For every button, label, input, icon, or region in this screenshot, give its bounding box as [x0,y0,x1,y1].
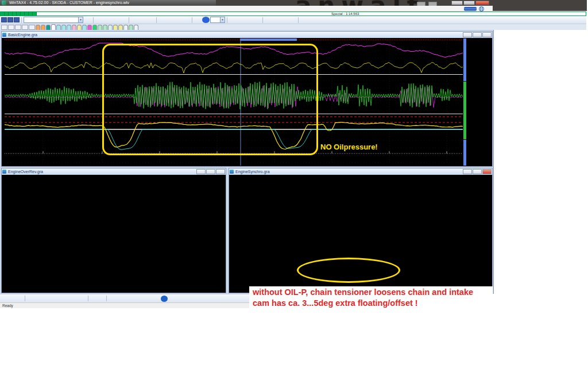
window-minimize-button[interactable] [463,32,472,37]
window-maximize-button[interactable] [206,169,215,174]
layers-icon[interactable] [123,296,130,302]
chevron-down-icon[interactable]: ▾ [220,17,225,22]
window-close-button[interactable] [482,32,492,37]
tab-fuel-and-mileage[interactable] [41,25,45,30]
compare-icon[interactable] [273,17,280,23]
tab-watercircuit[interactable] [61,25,66,30]
tab-stepoffphase[interactable] [129,25,133,30]
annotate-icon[interactable] [245,17,253,23]
zoom-y-icon[interactable] [64,296,71,302]
forward-icon[interactable] [167,17,174,23]
tab-basoff[interactable] [87,25,92,30]
zoom-fit-icon[interactable] [49,296,56,302]
add-axis-icon[interactable] [138,296,145,302]
cursor-icon[interactable] [90,296,97,302]
chart-area-engineoverrev[interactable] [2,175,225,292]
import-icon[interactable] [289,17,296,23]
window-maximize-button[interactable] [473,169,482,174]
tab-oil[interactable] [67,25,71,30]
tab-enginesynchro[interactable] [46,25,51,30]
play-icon[interactable] [202,17,210,23]
window-minimize-button[interactable] [196,169,206,174]
search-icon[interactable] [229,17,237,23]
marker-clear-icon[interactable] [139,17,146,23]
app-maximize-button[interactable] [463,1,475,5]
tabs-close-button[interactable] [1,25,7,30]
tab-lambda[interactable] [77,25,82,30]
tab-launchstart[interactable] [92,25,97,30]
zoom-in-icon[interactable] [27,296,34,302]
window-titlebar[interactable]: BasicEngine.gra [2,32,492,38]
monitor-icon[interactable] [176,296,183,302]
tab-knocking[interactable] [72,25,76,30]
cursor-mode-dropdown-icon[interactable] [98,296,105,302]
export-grid-icon[interactable] [316,17,324,23]
zoom-x-icon[interactable] [57,296,64,302]
doc-restore-button[interactable] [7,17,13,22]
new-panel-icon[interactable] [253,17,261,23]
app-minimize-button[interactable] [451,1,463,5]
save-icon[interactable] [1,296,8,302]
app-close-button[interactable] [475,1,489,5]
chevron-down-icon[interactable]: ▾ [78,17,83,22]
table-view-icon[interactable] [103,17,111,23]
speed-combo[interactable]: ▾ [210,17,225,23]
tab-temperatures[interactable] [56,25,61,30]
tab-diagnostic[interactable] [36,25,40,30]
tab-engine[interactable] [51,24,56,30]
info-icon[interactable] [161,296,168,302]
refresh-icon[interactable] [191,296,198,302]
record-icon[interactable] [300,17,308,23]
tab-brakes[interactable] [103,25,107,30]
layout-icon[interactable] [265,17,272,23]
split-view-icon[interactable] [119,17,127,23]
gear-icon[interactable] [183,296,190,302]
highlight-icon[interactable] [109,296,115,302]
doc-close-button[interactable] [14,17,20,22]
tab-psu[interactable] [113,25,118,30]
tab-idleclutch[interactable] [118,25,123,30]
back-icon[interactable] [158,17,166,23]
pan-icon[interactable] [79,296,86,302]
tabs-scroll-end-button[interactable] [29,25,35,30]
tab-shifting[interactable] [82,25,87,30]
window-minimize-button[interactable] [463,169,472,174]
home-icon[interactable] [147,17,154,23]
zoom-region-icon[interactable] [42,296,49,302]
flag-icon[interactable] [116,296,123,302]
window-close-button[interactable] [482,169,492,174]
tab-electric[interactable] [108,25,113,30]
note-icon[interactable] [146,296,153,302]
tab-speed[interactable] [98,25,102,30]
tab-midval[interactable] [123,25,128,30]
add-channel-icon[interactable] [131,296,138,302]
display-page-icon[interactable] [84,17,91,23]
sync-icon[interactable] [281,17,288,23]
zoom-out-icon[interactable] [34,296,41,302]
scale-indicator-strip[interactable] [463,82,466,139]
zoom-reset-icon[interactable] [72,296,79,302]
save-as-icon[interactable] [9,296,16,302]
tabs-scroll-left-button[interactable] [15,25,21,30]
alarm-icon[interactable] [194,17,202,23]
tab--[interactable] [134,25,138,30]
tabs-scroll-right-button[interactable] [22,25,28,30]
window-titlebar[interactable]: EngineOverRev.gra [2,168,226,175]
scale-indicator-strip[interactable] [463,140,466,166]
scale-indicator-strip[interactable] [463,39,466,81]
next-marker-icon[interactable] [183,17,190,23]
window-titlebar[interactable]: EngineSynchro.gra [229,168,492,175]
tabs-home-button[interactable] [8,25,14,30]
live-icon[interactable] [308,17,316,23]
marker-set-icon[interactable] [131,17,138,23]
profile-select[interactable]: ▾ [24,17,83,23]
overlay-view-icon[interactable] [111,17,119,23]
edit-icon[interactable] [237,17,245,23]
graph-grid-icon[interactable] [95,17,103,23]
clock-icon[interactable] [168,296,175,302]
frame-icon[interactable] [153,296,160,302]
doc-minimize-button[interactable] [1,17,7,22]
window-layout-icon[interactable] [16,296,23,302]
window-close-button[interactable] [216,169,225,174]
prev-marker-icon[interactable] [175,17,182,23]
